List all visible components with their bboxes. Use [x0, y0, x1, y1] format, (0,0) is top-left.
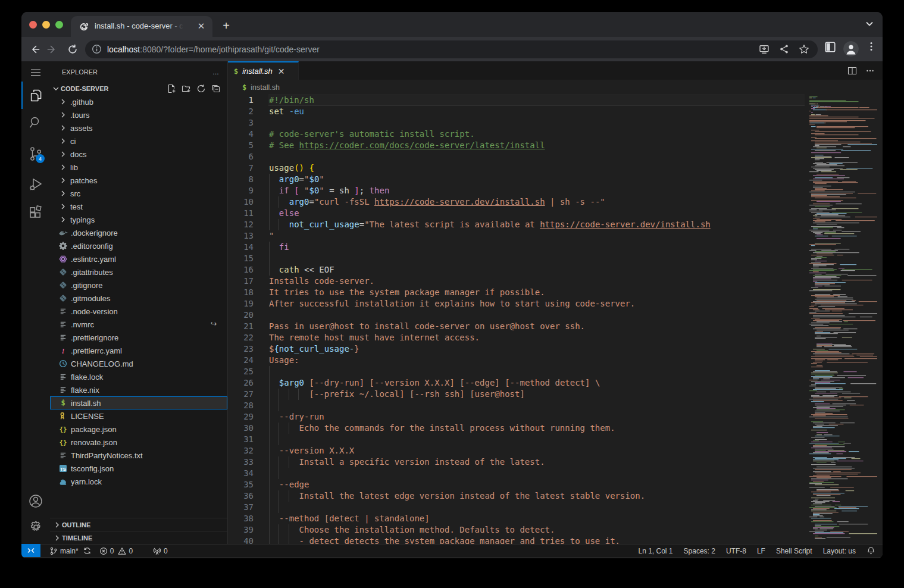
- tree-file-renovate.json[interactable]: {}renovate.json: [50, 436, 227, 449]
- tree-file-yarn.lock[interactable]: yarn.lock: [50, 475, 227, 488]
- code-line-38: 38 --method [detect | standalone]: [228, 513, 805, 524]
- eol-sequence[interactable]: LF: [752, 545, 771, 558]
- folder-section-header[interactable]: CODE-SERVER: [50, 82, 227, 95]
- url-text[interactable]: localhost:8080/?folder=/home/jothiprasat…: [107, 45, 759, 54]
- search-activity-icon[interactable]: [21, 110, 50, 136]
- outline-section[interactable]: OUTLINE: [50, 518, 227, 531]
- tree-file-.gitignore[interactable]: .gitignore: [50, 279, 227, 292]
- code-line-22: 22The remote host must have internet acc…: [228, 332, 805, 343]
- breadcrumbs[interactable]: $ install.sh: [228, 80, 883, 95]
- tree-folder-typings[interactable]: typings: [50, 213, 227, 226]
- code-line-25: 25: [228, 366, 805, 377]
- encoding[interactable]: UTF-8: [721, 545, 752, 558]
- tree-file-.nvmrc[interactable]: .nvmrc↪: [50, 318, 227, 331]
- site-info-icon[interactable]: [92, 44, 102, 54]
- source-control-badge: 4: [36, 154, 45, 163]
- side-panel-button[interactable]: [824, 41, 836, 53]
- tree-file-ThirdPartyNotices.txt[interactable]: ThirdPartyNotices.txt: [50, 449, 227, 462]
- tab-search-chevron-icon[interactable]: [865, 19, 874, 29]
- forward-button[interactable]: [44, 41, 60, 57]
- symlink-cursor-icon: ↪: [211, 320, 217, 328]
- tree-folder-patches[interactable]: patches: [50, 174, 227, 187]
- tree-folder-assets[interactable]: assets: [50, 121, 227, 135]
- ports-item[interactable]: 0: [150, 545, 171, 558]
- keyboard-layout[interactable]: Layout: us: [818, 545, 861, 558]
- timeline-section[interactable]: TIMELINE: [50, 531, 227, 544]
- tree-file-LICENSE[interactable]: LICENSE: [50, 409, 227, 423]
- minimap[interactable]: [805, 95, 883, 544]
- tree-file-flake.nix[interactable]: flake.nix: [50, 383, 227, 396]
- tree-file-install.sh[interactable]: $install.sh: [50, 396, 227, 409]
- reload-button[interactable]: [64, 41, 80, 57]
- tree-folder-test[interactable]: test: [50, 200, 227, 213]
- tree-file-.gitmodules[interactable]: .gitmodules: [50, 292, 227, 305]
- code-line-26: 26 $arg0 [--dry-run] [--version X.X.X] […: [228, 377, 805, 389]
- editor-tab-close-icon[interactable]: ✕: [278, 67, 285, 76]
- tree-file-.eslintrc.yaml[interactable]: .eslintrc.yaml: [50, 252, 227, 265]
- code-area[interactable]: 1#!/bin/sh2set -eu34# code-server's auto…: [228, 95, 883, 544]
- address-bar[interactable]: localhost:8080/?folder=/home/jothiprasat…: [85, 40, 818, 58]
- browser-menu-icon[interactable]: [866, 41, 877, 52]
- tree-folder-.github[interactable]: .github: [50, 95, 227, 108]
- tree-folder-ci[interactable]: ci: [50, 135, 227, 148]
- language-mode[interactable]: Shell Script: [771, 545, 818, 558]
- tree-file-.editorconfig[interactable]: .editorconfig: [50, 239, 227, 252]
- back-button[interactable]: [26, 41, 42, 57]
- editor-more-actions-icon[interactable]: [865, 66, 875, 76]
- tree-file-package.json[interactable]: {}package.json: [50, 423, 227, 436]
- code-line-4: 4# code-server's automatic install scrip…: [228, 129, 805, 140]
- new-tab-button[interactable]: +: [220, 20, 233, 33]
- collapse-all-icon[interactable]: [211, 84, 221, 93]
- install-app-icon[interactable]: [759, 44, 770, 55]
- share-icon[interactable]: [779, 44, 789, 54]
- code-line-35: 35 --edge: [228, 479, 805, 490]
- account-icon[interactable]: [21, 488, 50, 514]
- minimize-window-button[interactable]: [42, 21, 50, 29]
- refresh-icon[interactable]: [196, 84, 206, 93]
- browser-tabstrip: install.sh - code-server - co ✕ +: [21, 12, 883, 37]
- split-editor-icon[interactable]: [847, 66, 857, 76]
- tree-folder-lib[interactable]: lib: [50, 161, 227, 174]
- code-line-40: 40 - detect detects the system package m…: [228, 536, 805, 544]
- tree-file-tsconfig.json[interactable]: TStsconfig.json: [50, 462, 227, 475]
- tree-folder-src[interactable]: src: [50, 187, 227, 200]
- git-file-icon: [58, 267, 68, 277]
- text-file-icon: [58, 333, 68, 342]
- tree-folder-.tours[interactable]: .tours: [50, 108, 227, 121]
- breadcrumb-file[interactable]: install.sh: [251, 83, 280, 92]
- cursor-position[interactable]: Ln 1, Col 1: [633, 545, 678, 558]
- editor-tab-install-sh[interactable]: $ install.sh ✕: [228, 61, 299, 80]
- prettier-file-icon: !: [58, 346, 68, 355]
- close-window-button[interactable]: [29, 21, 37, 29]
- new-file-icon[interactable]: [167, 84, 176, 93]
- code-line-2: 2set -eu: [228, 106, 805, 117]
- browser-tab-close-icon[interactable]: ✕: [196, 21, 207, 32]
- source-control-activity-icon[interactable]: 4: [21, 140, 50, 167]
- settings-gear-icon[interactable]: [21, 514, 50, 540]
- code-line-24: 24Usage:: [228, 355, 805, 366]
- tree-file-.prettierrc.yaml[interactable]: !.prettierrc.yaml: [50, 344, 227, 357]
- browser-window: install.sh - code-server - co ✕ + localh…: [21, 12, 883, 558]
- explorer-activity-icon[interactable]: [21, 82, 50, 108]
- explorer-title: EXPLORER: [62, 68, 98, 76]
- notifications-bell-icon[interactable]: [861, 545, 883, 558]
- remote-indicator[interactable]: [21, 544, 40, 557]
- extensions-activity-icon[interactable]: [21, 199, 50, 225]
- problems-item[interactable]: 0 0: [96, 545, 136, 558]
- tree-file-.node-version[interactable]: .node-version: [50, 305, 227, 318]
- new-folder-icon[interactable]: [182, 84, 191, 93]
- explorer-more-actions-icon[interactable]: …: [212, 68, 219, 76]
- bookmark-star-icon[interactable]: [799, 44, 809, 55]
- profile-avatar[interactable]: [843, 41, 859, 57]
- tree-file-flake.lock[interactable]: flake.lock: [50, 370, 227, 383]
- tree-file-CHANGELOG.md[interactable]: CHANGELOG.md: [50, 357, 227, 370]
- tree-file-.prettierignore[interactable]: .prettierignore: [50, 331, 227, 344]
- maximize-window-button[interactable]: [55, 21, 63, 29]
- tree-folder-docs[interactable]: docs: [50, 148, 227, 161]
- tree-file-.dockerignore[interactable]: .dockerignore: [50, 226, 227, 239]
- browser-tab[interactable]: install.sh - code-server - co ✕: [71, 16, 212, 37]
- tree-file-.gitattributes[interactable]: .gitattributes: [50, 265, 227, 279]
- run-debug-activity-icon[interactable]: [21, 171, 50, 198]
- git-branch-item[interactable]: main*: [46, 545, 94, 558]
- indentation[interactable]: Spaces: 2: [678, 545, 721, 558]
